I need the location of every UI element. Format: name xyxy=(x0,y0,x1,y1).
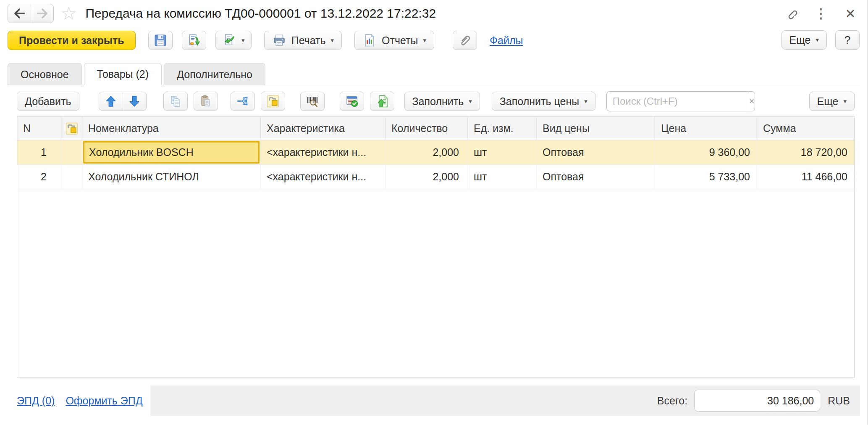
cell-sum[interactable]: 11 466,00 xyxy=(757,165,854,189)
column-header-unit: Ед. изм. xyxy=(468,117,537,140)
save-button[interactable] xyxy=(148,31,173,50)
total-value-field: 30 186,00 xyxy=(694,390,820,412)
cell-quantity[interactable]: 2,000 xyxy=(385,140,468,164)
kebab-menu-icon[interactable]: ⋮ xyxy=(813,5,829,22)
table-row[interactable]: 1 Холодильник BOSCH <характеристики н...… xyxy=(17,140,854,165)
help-button[interactable]: ? xyxy=(835,30,860,50)
create-based-on-button[interactable]: ▾ xyxy=(215,31,252,50)
cell-group-marker[interactable] xyxy=(61,140,82,164)
paste-rows-button[interactable] xyxy=(194,92,218,111)
barcode-search-button[interactable] xyxy=(300,92,325,111)
post-document-icon xyxy=(187,33,201,48)
column-header-characteristic: Характеристика xyxy=(261,117,385,140)
barcode-icon xyxy=(305,94,320,108)
column-header-price-type: Вид цены xyxy=(537,117,655,140)
tab-main[interactable]: Основное xyxy=(8,63,82,85)
column-header-nomenclature: Номенклатура xyxy=(82,117,261,140)
save-floppy-icon xyxy=(153,33,168,48)
cell-group-marker[interactable] xyxy=(61,165,82,189)
change-group-button[interactable] xyxy=(261,92,285,111)
tab-strip: Основное Товары (2) Дополнительно xyxy=(8,63,860,85)
get-link-icon[interactable] xyxy=(783,5,800,22)
back-arrow-icon xyxy=(12,6,26,21)
add-row-button[interactable]: Добавить xyxy=(17,92,79,111)
cell-price[interactable]: 5 733,00 xyxy=(655,165,757,189)
cell-price[interactable]: 9 360,00 xyxy=(655,140,757,164)
load-rows-button[interactable] xyxy=(370,92,394,111)
copy-icon xyxy=(168,94,183,108)
document-window: ☆ Передача на комиссию ТД00-000001 от 13… xyxy=(0,0,868,425)
cell-row-number[interactable]: 2 xyxy=(17,165,61,189)
fill-button[interactable]: Заполнить ▾ xyxy=(404,92,480,111)
table-toolbar: Добавить xyxy=(17,90,855,112)
nav-history-group xyxy=(8,4,54,23)
column-header-n: N xyxy=(17,117,61,140)
search-clear-button[interactable]: × xyxy=(749,91,755,111)
column-header-group xyxy=(61,117,82,140)
copy-rows-button[interactable] xyxy=(163,92,188,111)
cell-nomenclature[interactable]: Холодильник СТИНОЛ xyxy=(82,165,261,189)
column-header-price: Цена xyxy=(655,117,757,140)
attachments-button[interactable] xyxy=(453,31,477,50)
chevron-down-icon: ▾ xyxy=(816,36,819,44)
forward-arrow-icon xyxy=(35,6,50,21)
back-button[interactable] xyxy=(8,4,31,23)
epd-create-link[interactable]: Оформить ЭПД xyxy=(66,395,142,407)
move-row-up-button[interactable] xyxy=(99,92,123,111)
total-label: Всего: xyxy=(657,395,688,407)
cell-sum[interactable]: 18 720,00 xyxy=(757,140,854,164)
paperclip-icon xyxy=(458,33,472,48)
cell-characteristic[interactable]: <характеристики н... xyxy=(261,165,385,189)
chevron-down-icon: ▾ xyxy=(331,37,334,44)
chevron-down-icon: ▾ xyxy=(241,37,245,44)
tab-extra[interactable]: Дополнительно xyxy=(164,63,265,85)
print-button[interactable]: Печать ▾ xyxy=(264,31,342,50)
favorite-star-icon[interactable]: ☆ xyxy=(60,4,77,23)
main-toolbar: Провести и закрыть ▾ Печать ▾ xyxy=(8,30,860,50)
table-row[interactable]: 2 Холодильник СТИНОЛ <характеристики н..… xyxy=(17,165,854,189)
files-link[interactable]: Файлы xyxy=(490,34,523,47)
currency-label: RUB xyxy=(828,395,850,407)
post-document-button[interactable] xyxy=(182,31,206,50)
arrow-down-icon xyxy=(127,94,142,108)
arrow-up-icon xyxy=(104,94,118,108)
cell-price-type[interactable]: Оптовая xyxy=(537,165,655,189)
move-row-down-button[interactable] xyxy=(123,92,146,111)
table-header-row: N Номенклатура Характеристика Количество… xyxy=(17,117,854,140)
column-header-sum: Сумма xyxy=(757,117,854,140)
form-footer: ЭПД (0) Оформить ЭПД Всего: 30 186,00 RU… xyxy=(17,385,860,416)
cell-unit[interactable]: шт xyxy=(468,165,537,189)
group-column-icon xyxy=(65,121,79,136)
table-more-button[interactable]: Еще ▾ xyxy=(809,92,855,111)
toolbar-right: Еще ▾ ? xyxy=(781,30,860,50)
cell-unit[interactable]: шт xyxy=(468,140,537,164)
chevron-down-icon: ▾ xyxy=(584,98,587,105)
reports-button[interactable]: Отчеты ▾ xyxy=(354,31,434,50)
epd-link[interactable]: ЭПД (0) xyxy=(17,395,55,407)
close-icon[interactable]: ✕ xyxy=(842,5,859,22)
titlebar-actions: ⋮ ✕ xyxy=(783,5,859,22)
total-panel: Всего: 30 186,00 RUB xyxy=(150,385,860,416)
fill-prices-button[interactable]: Заполнить цены ▾ xyxy=(492,92,595,111)
check-fill-button[interactable] xyxy=(340,92,364,111)
cell-row-number[interactable]: 1 xyxy=(17,140,61,164)
cell-quantity[interactable]: 2,000 xyxy=(385,165,468,189)
search-group: × xyxy=(606,91,753,111)
cell-nomenclature[interactable]: Холодильник BOSCH xyxy=(82,140,261,164)
forward-button[interactable] xyxy=(31,4,53,23)
post-and-close-button[interactable]: Провести и закрыть xyxy=(8,31,136,50)
cell-characteristic[interactable]: <характеристики н... xyxy=(261,140,385,164)
cell-price-type[interactable]: Оптовая xyxy=(537,140,655,164)
active-cell[interactable]: Холодильник BOSCH xyxy=(83,141,260,164)
printer-icon xyxy=(272,33,286,48)
titlebar: ☆ Передача на комиссию ТД00-000001 от 13… xyxy=(0,0,867,24)
search-input[interactable] xyxy=(606,91,749,111)
paste-icon xyxy=(199,94,213,108)
goods-table: N Номенклатура Характеристика Количество… xyxy=(17,116,855,378)
chevron-down-icon: ▾ xyxy=(469,98,472,105)
create-based-on-icon xyxy=(222,33,236,48)
tab-goods[interactable]: Товары (2) xyxy=(84,63,162,85)
split-rows-button[interactable] xyxy=(231,92,255,111)
chevron-down-icon: ▾ xyxy=(843,98,847,105)
more-button[interactable]: Еще ▾ xyxy=(781,30,827,50)
